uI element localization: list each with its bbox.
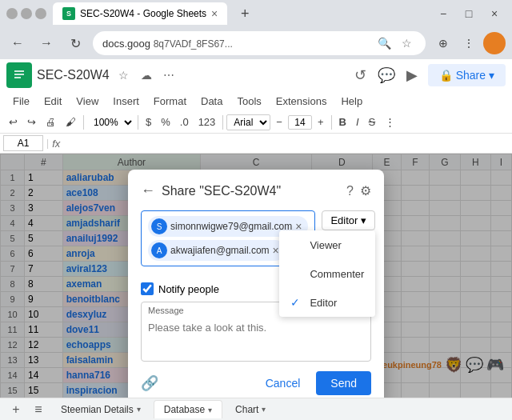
menu-tools[interactable]: Tools: [230, 93, 267, 110]
font-minus-button[interactable]: −: [272, 114, 286, 130]
role-option-editor[interactable]: ✓ Editor: [279, 288, 375, 317]
tab-steemian-details[interactable]: Steemian Details ▾: [51, 401, 150, 418]
role-option-viewer[interactable]: Viewer: [279, 230, 375, 259]
minimize-window-button[interactable]: −: [432, 2, 454, 25]
new-tab-button[interactable]: +: [234, 2, 256, 25]
user-avatar[interactable]: [483, 32, 506, 54]
browser-extra-icons: ⊕ ⋮: [432, 32, 506, 54]
italic-button[interactable]: I: [352, 114, 363, 130]
role-label: Editor: [330, 214, 358, 226]
chip-email: akwajiafen@gmail.com: [170, 245, 270, 256]
bookmark-icon[interactable]: ☆: [397, 34, 416, 53]
address-field[interactable]: docs.goog 8q7VADf_8FS67... 🔍 ☆: [93, 31, 426, 55]
sheets-menu-button[interactable]: ≡: [29, 400, 48, 419]
cancel-button[interactable]: Cancel: [256, 372, 310, 394]
separator-1: [83, 115, 84, 130]
comment-icon[interactable]: 💬: [377, 66, 396, 85]
tab-database[interactable]: Database ▾: [154, 400, 222, 418]
browser-tab[interactable]: S SEC-S20W4 - Google Sheets ×: [53, 2, 227, 25]
paint-format-button[interactable]: 🖌: [62, 114, 80, 130]
database-tab-arrow: ▾: [208, 406, 212, 414]
font-size-input[interactable]: [288, 115, 312, 130]
formula-input[interactable]: [63, 136, 509, 150]
menu-help[interactable]: Help: [334, 93, 369, 110]
format-number-button[interactable]: 123: [194, 114, 220, 130]
title-icons: ☆ ☁ ⋯: [114, 66, 178, 85]
role-dropdown-button[interactable]: Editor ▾: [322, 210, 375, 230]
fx-label: fx: [52, 138, 60, 150]
zoom-selector[interactable]: 100%: [87, 114, 134, 130]
menu-edit[interactable]: Edit: [38, 93, 68, 110]
send-button[interactable]: Send: [316, 371, 371, 395]
copy-link-button[interactable]: 🔗: [141, 374, 158, 392]
separator-3: [222, 115, 223, 130]
share-lock-icon: 🔒: [439, 69, 453, 82]
svg-rect-2: [14, 74, 24, 75]
database-tab-label: Database: [164, 404, 205, 415]
forward-button[interactable]: →: [35, 32, 58, 54]
sheets-app-icon: [6, 62, 32, 88]
steemian-tab-arrow: ▾: [137, 405, 141, 414]
menu-view[interactable]: View: [70, 93, 105, 110]
browser-menu-button[interactable]: ⋮: [458, 32, 480, 54]
cell-reference-input[interactable]: [3, 135, 43, 151]
menu-file[interactable]: File: [6, 93, 36, 110]
menu-bar: File Edit View Insert Format Data Tools …: [0, 91, 512, 111]
dialog-back-button[interactable]: ←: [141, 182, 155, 199]
chip-email: simonnwigwe79@gmail.com: [170, 221, 292, 232]
minimize-button[interactable]: [6, 8, 18, 19]
present-icon[interactable]: ▶: [402, 66, 422, 85]
close-window-button[interactable]: ×: [483, 2, 506, 25]
more-formats-button[interactable]: ⋮: [381, 114, 399, 130]
menu-data[interactable]: Data: [194, 93, 229, 110]
refresh-button[interactable]: ↻: [64, 32, 86, 54]
maximize-button[interactable]: [21, 8, 32, 19]
font-selector[interactable]: Arial: [226, 114, 270, 130]
menu-insert[interactable]: Insert: [106, 93, 146, 110]
menu-format[interactable]: Format: [147, 93, 193, 110]
menu-extensions[interactable]: Extensions: [270, 93, 334, 110]
currency-button[interactable]: $: [142, 114, 155, 130]
recipient-chip: A akwajiafen@gmail.com ×: [148, 240, 286, 261]
restore-window-button[interactable]: □: [458, 2, 480, 25]
spreadsheet-area: # Author C D E F G H I 1 1 aaliarubab Pa: [0, 154, 512, 398]
cloud-icon[interactable]: ☁: [137, 66, 156, 85]
sheets-app: SEC-S20W4 ☆ ☁ ⋯ ↺ 💬 ▶ 🔒 Share ▾ File Edi…: [0, 59, 512, 420]
close-button[interactable]: [35, 8, 46, 19]
chart-tab-label: Chart: [235, 404, 258, 415]
chart-tab-arrow: ▾: [262, 405, 266, 414]
star-icon[interactable]: ☆: [114, 66, 134, 85]
more-icon[interactable]: ⋯: [159, 66, 178, 85]
chip-remove-button[interactable]: ×: [273, 245, 279, 256]
viewer-label: Viewer: [310, 239, 342, 251]
role-option-commenter[interactable]: Commenter: [279, 259, 375, 288]
role-selector-container: Editor ▾ Viewer Commenter: [322, 210, 375, 230]
dialog-help-button[interactable]: ?: [346, 183, 354, 198]
extensions-button[interactable]: ⊕: [432, 32, 454, 54]
font-plus-button[interactable]: +: [314, 114, 328, 130]
print-button[interactable]: 🖨: [42, 114, 60, 130]
strikethrough-button[interactable]: S: [365, 114, 380, 130]
svg-rect-1: [14, 70, 24, 72]
add-sheet-button[interactable]: +: [6, 400, 26, 419]
commenter-label: Commenter: [310, 268, 364, 280]
undo-button[interactable]: ↩: [5, 114, 22, 130]
role-menu: Viewer Commenter ✓ Editor: [279, 230, 375, 317]
share-button[interactable]: 🔒 Share ▾: [428, 64, 506, 86]
history-icon[interactable]: ↺: [351, 66, 370, 85]
tab-close-button[interactable]: ×: [211, 7, 218, 20]
notify-checkbox[interactable]: [141, 282, 154, 295]
percent-button[interactable]: %: [157, 114, 174, 130]
tab-chart[interactable]: Chart ▾: [226, 401, 275, 418]
browser-address-bar: ← → ↻ docs.goog 8q7VADf_8FS67... 🔍 ☆ ⊕ ⋮: [0, 27, 512, 59]
search-icon[interactable]: 🔍: [374, 34, 394, 53]
editor-check-icon: ✓: [290, 296, 303, 309]
decimal-button[interactable]: .0: [176, 114, 193, 130]
back-button[interactable]: ←: [6, 32, 29, 54]
message-textarea[interactable]: [142, 318, 370, 358]
redo-button[interactable]: ↪: [23, 114, 40, 130]
dialog-actions: Cancel Send: [256, 371, 371, 395]
dialog-settings-button[interactable]: ⚙: [360, 183, 371, 198]
viewer-check-icon: [290, 238, 303, 251]
bold-button[interactable]: B: [335, 114, 350, 130]
